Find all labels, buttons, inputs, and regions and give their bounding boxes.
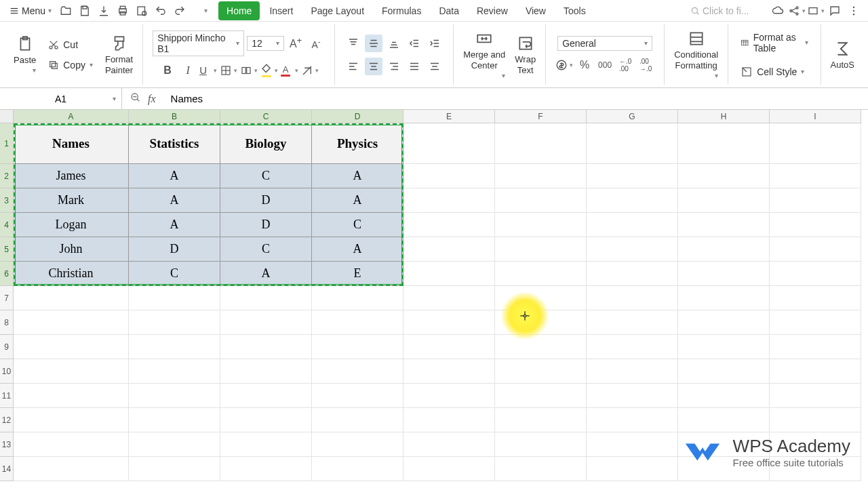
cell-B10[interactable] (129, 359, 220, 384)
qat-dropdown-icon[interactable]: ▾ (190, 2, 208, 20)
merge-toggle-icon[interactable]: ▾ (240, 62, 258, 79)
increase-font-icon[interactable]: A+ (287, 35, 304, 52)
row-header-10[interactable]: 10 (0, 359, 14, 384)
cell-B3[interactable]: A (129, 188, 220, 213)
italic-button[interactable]: I (179, 62, 197, 79)
cell-H12[interactable] (678, 408, 770, 432)
cell-D10[interactable] (312, 359, 403, 384)
cell-A10[interactable] (14, 359, 129, 384)
cell-F1[interactable] (495, 123, 587, 164)
cell-G9[interactable] (587, 335, 678, 359)
cell-I2[interactable] (770, 164, 861, 188)
cell-E7[interactable] (403, 286, 495, 310)
cell-C14[interactable] (220, 457, 312, 481)
cell-I7[interactable] (770, 286, 861, 310)
cell-E10[interactable] (403, 359, 495, 384)
cell-A8[interactable] (14, 310, 129, 335)
clear-format-button[interactable]: ▾ (301, 62, 319, 79)
align-center-icon[interactable] (365, 58, 382, 75)
cell-G13[interactable] (587, 432, 678, 457)
cell-G4[interactable] (587, 213, 678, 237)
merge-center-button[interactable]: Merge and Center▾ (460, 29, 508, 80)
increase-decimal-icon[interactable]: .00→.0 (637, 56, 654, 74)
cell-H3[interactable] (678, 188, 770, 213)
tab-view[interactable]: View (517, 1, 554, 20)
decrease-decimal-icon[interactable]: ←.0.00 (616, 56, 634, 74)
cell-I9[interactable] (770, 335, 861, 359)
cell-B5[interactable]: D (129, 237, 220, 262)
row-header-4[interactable]: 4 (0, 213, 14, 237)
cell-E2[interactable] (403, 164, 495, 188)
row-header-13[interactable]: 13 (0, 432, 14, 457)
cell-G12[interactable] (587, 408, 678, 432)
cell-E4[interactable] (403, 213, 495, 237)
cell-A13[interactable] (14, 432, 129, 457)
cell-E13[interactable] (403, 432, 495, 457)
cell-F5[interactable] (495, 237, 587, 262)
cell-C6[interactable]: A (220, 262, 312, 286)
select-all-corner[interactable] (0, 110, 14, 123)
cell-B4[interactable]: A (129, 213, 220, 237)
cell-F11[interactable] (495, 384, 587, 408)
cell-H2[interactable] (678, 164, 770, 188)
cell-A12[interactable] (14, 408, 129, 432)
row-header-2[interactable]: 2 (0, 164, 14, 188)
cell-F3[interactable] (495, 188, 587, 213)
align-middle-icon[interactable] (365, 35, 382, 52)
cell-F6[interactable] (495, 262, 587, 286)
cell-H5[interactable] (678, 237, 770, 262)
search-box[interactable]: Click to fi... (686, 5, 768, 16)
cell-H6[interactable] (678, 262, 770, 286)
align-left-icon[interactable] (344, 58, 362, 75)
cell-A14[interactable] (14, 457, 129, 481)
cell-H11[interactable] (678, 384, 770, 408)
row-header-6[interactable]: 6 (0, 262, 14, 286)
fill-color-button[interactable]: ▾ (260, 62, 278, 79)
col-header-D[interactable]: D (312, 110, 403, 123)
name-box[interactable]: A1 ▾ (0, 88, 122, 109)
col-header-C[interactable]: C (220, 110, 312, 123)
cell-A7[interactable] (14, 286, 129, 310)
cell-style-button[interactable]: Cell Style▾ (738, 64, 807, 79)
cell-I6[interactable] (770, 262, 861, 286)
cell-G11[interactable] (587, 384, 678, 408)
cell-B12[interactable] (129, 408, 220, 432)
comma-icon[interactable]: 000 (596, 56, 614, 74)
cell-A3[interactable]: Mark (14, 188, 129, 213)
cell-D5[interactable]: A (312, 237, 403, 262)
app-menu-button[interactable]: Menu ▾ (5, 3, 56, 19)
cell-D4[interactable]: C (312, 213, 403, 237)
cell-H7[interactable] (678, 286, 770, 310)
bold-button[interactable]: B (159, 62, 176, 79)
decrease-font-icon[interactable]: A- (307, 35, 325, 52)
cell-G8[interactable] (587, 310, 678, 335)
cell-B14[interactable] (129, 457, 220, 481)
format-painter-button[interactable]: Format Painter (102, 34, 136, 75)
cell-I10[interactable] (770, 359, 861, 384)
cell-A6[interactable]: Christian (14, 262, 129, 286)
cell-D7[interactable] (312, 286, 403, 310)
cell-G3[interactable] (587, 188, 678, 213)
row-header-11[interactable]: 11 (0, 384, 14, 408)
orientation-icon[interactable] (426, 58, 443, 75)
row-header-7[interactable]: 7 (0, 286, 14, 310)
cell-G5[interactable] (587, 237, 678, 262)
col-header-B[interactable]: B (129, 110, 220, 123)
open-icon[interactable] (57, 2, 75, 20)
paste-button[interactable]: Paste▾ (11, 35, 39, 75)
cell-F9[interactable] (495, 335, 587, 359)
cell-C2[interactable]: C (220, 164, 312, 188)
share-icon[interactable]: ▾ (788, 2, 806, 20)
percent-icon[interactable]: % (576, 56, 593, 74)
cell-G6[interactable] (587, 262, 678, 286)
cell-C3[interactable]: D (220, 188, 312, 213)
cell-H8[interactable] (678, 310, 770, 335)
cell-C10[interactable] (220, 359, 312, 384)
cell-E9[interactable] (403, 335, 495, 359)
tab-tools[interactable]: Tools (555, 1, 594, 20)
col-header-I[interactable]: I (770, 110, 861, 123)
cell-B2[interactable]: A (129, 164, 220, 188)
cell-A9[interactable] (14, 335, 129, 359)
cell-D3[interactable]: A (312, 188, 403, 213)
cell-C8[interactable] (220, 310, 312, 335)
